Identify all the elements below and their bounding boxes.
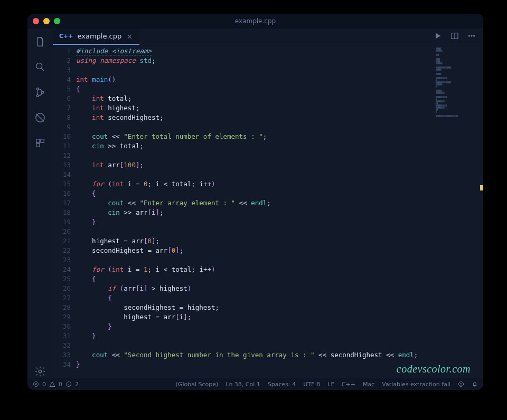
explorer-icon[interactable] bbox=[33, 35, 47, 49]
gutter-line-number: 34 bbox=[53, 360, 76, 369]
code-line: 5{ bbox=[53, 84, 433, 94]
code-line: 30 } bbox=[53, 322, 433, 331]
gutter-line-number: 28 bbox=[53, 303, 76, 312]
code-line: 10 cout << "Enter total number of elemen… bbox=[53, 132, 433, 141]
editor-body: C++ example.cpp × 1#include <iostream>2u… bbox=[27, 28, 483, 378]
minimap-marker bbox=[480, 185, 483, 190]
code-line: 15 for (int i = 0; i < total; i++) bbox=[53, 179, 433, 189]
code-content: int total; bbox=[76, 94, 132, 103]
status-problems[interactable]: 0 0 2 bbox=[33, 381, 79, 388]
status-errors: 0 bbox=[42, 381, 46, 388]
status-cursor[interactable]: Ln 38, Col 1 bbox=[226, 381, 260, 388]
code-line: 9 bbox=[53, 122, 433, 132]
gutter-line-number: 27 bbox=[53, 293, 76, 303]
status-encoding[interactable]: UTF-8 bbox=[303, 381, 320, 388]
zoom-window-button[interactable] bbox=[54, 18, 60, 24]
close-tab-button[interactable]: × bbox=[126, 33, 133, 40]
status-bell-icon[interactable] bbox=[472, 381, 478, 387]
traffic-lights bbox=[33, 18, 60, 24]
status-language[interactable]: C++ bbox=[342, 381, 355, 388]
code-content: secondHighest = arr[0]; bbox=[76, 246, 183, 255]
gutter-line-number: 16 bbox=[53, 189, 76, 198]
code-line: 22 secondHighest = arr[0]; bbox=[53, 246, 433, 255]
svg-point-8 bbox=[39, 370, 42, 373]
status-scope[interactable]: (Global Scope) bbox=[176, 381, 219, 388]
gutter-line-number: 6 bbox=[53, 94, 76, 103]
status-eol[interactable]: LF bbox=[327, 381, 334, 388]
gutter-line-number: 20 bbox=[53, 227, 76, 236]
gutter-line-number: 12 bbox=[53, 151, 76, 160]
info-icon bbox=[65, 381, 72, 387]
run-icon[interactable] bbox=[434, 32, 442, 42]
status-indent[interactable]: Spaces: 4 bbox=[268, 381, 296, 388]
gutter-line-number: 23 bbox=[53, 255, 76, 265]
extensions-icon[interactable] bbox=[33, 136, 47, 150]
gutter-line-number: 8 bbox=[53, 113, 76, 122]
gutter-line-number: 30 bbox=[53, 322, 76, 331]
gutter-line-number: 7 bbox=[53, 103, 76, 113]
gutter-line-number: 17 bbox=[53, 198, 76, 208]
debug-icon[interactable] bbox=[33, 111, 47, 125]
code-editor[interactable]: 1#include <iostream>2using namespace std… bbox=[53, 45, 433, 378]
code-line: 2using namespace std; bbox=[53, 56, 433, 65]
svg-point-10 bbox=[468, 35, 470, 36]
svg-point-12 bbox=[474, 35, 475, 36]
code-content: } bbox=[76, 360, 80, 369]
code-line: 33 cout << "Second highest number in the… bbox=[53, 350, 433, 360]
code-content: int highest; bbox=[76, 103, 139, 113]
code-line: 14 bbox=[53, 170, 433, 179]
gutter-line-number: 32 bbox=[53, 341, 76, 350]
code-content: cout << "Enter array element : " << endl… bbox=[76, 198, 271, 208]
minimap[interactable]: █████ ██████ ███ ████ ████ ██████ ██████… bbox=[433, 45, 483, 378]
code-content: secondHighest = highest; bbox=[76, 303, 219, 312]
split-editor-icon[interactable] bbox=[450, 32, 459, 42]
code-line: 26 if (arr[i] > highest) bbox=[53, 284, 433, 293]
code-content: { bbox=[76, 293, 112, 303]
minimize-window-button[interactable] bbox=[43, 18, 50, 24]
gutter-line-number: 26 bbox=[53, 284, 76, 293]
code-line: 32 bbox=[53, 341, 433, 350]
code-line: 25 { bbox=[53, 274, 433, 284]
code-line: 12 bbox=[53, 151, 433, 160]
gutter-line-number: 24 bbox=[53, 265, 76, 274]
code-line: 34} bbox=[53, 360, 433, 369]
code-line: 16 { bbox=[53, 189, 433, 198]
gutter-line-number: 21 bbox=[53, 236, 76, 246]
status-feedback-icon[interactable] bbox=[458, 381, 464, 387]
gutter-line-number: 11 bbox=[53, 141, 76, 151]
status-warnings: 0 bbox=[59, 381, 62, 388]
code-content: using namespace std; bbox=[76, 56, 156, 65]
code-line: 7 int highest; bbox=[53, 103, 433, 113]
gutter-line-number: 25 bbox=[53, 274, 76, 284]
code-content: highest = arr[0]; bbox=[76, 236, 159, 246]
code-line: 4int main() bbox=[53, 75, 433, 84]
search-icon[interactable] bbox=[33, 60, 47, 74]
svg-point-11 bbox=[471, 35, 472, 36]
source-control-icon[interactable] bbox=[33, 85, 47, 99]
close-window-button[interactable] bbox=[33, 18, 39, 24]
tab-bar: C++ example.cpp × bbox=[53, 28, 483, 45]
svg-point-1 bbox=[36, 88, 39, 90]
code-content: int arr[100]; bbox=[76, 160, 144, 170]
more-actions-icon[interactable] bbox=[467, 32, 476, 42]
svg-point-0 bbox=[36, 63, 42, 69]
code-line: 24 for (int i = 1; i < total; i++) bbox=[53, 265, 433, 274]
gutter-line-number: 1 bbox=[53, 46, 76, 56]
code-line: 27 { bbox=[53, 293, 433, 303]
status-os[interactable]: Mac bbox=[363, 381, 374, 388]
gutter-line-number: 15 bbox=[53, 179, 76, 189]
code-line: 20 bbox=[53, 227, 433, 236]
gutter-line-number: 22 bbox=[53, 246, 76, 255]
code-content: cin >> arr[i]; bbox=[76, 208, 164, 217]
gutter-line-number: 3 bbox=[53, 65, 76, 75]
status-extra[interactable]: Variables extraction fail bbox=[382, 381, 450, 388]
svg-rect-5 bbox=[36, 139, 40, 142]
tab-filename: example.cpp bbox=[78, 32, 122, 40]
code-content: { bbox=[76, 274, 96, 284]
activity-bar bbox=[27, 28, 53, 378]
settings-icon[interactable] bbox=[33, 365, 47, 378]
gutter-line-number: 31 bbox=[53, 331, 76, 341]
tab-example-cpp[interactable]: C++ example.cpp × bbox=[53, 28, 139, 45]
code-line: 6 int total; bbox=[53, 94, 433, 103]
gutter-line-number: 14 bbox=[53, 170, 76, 179]
